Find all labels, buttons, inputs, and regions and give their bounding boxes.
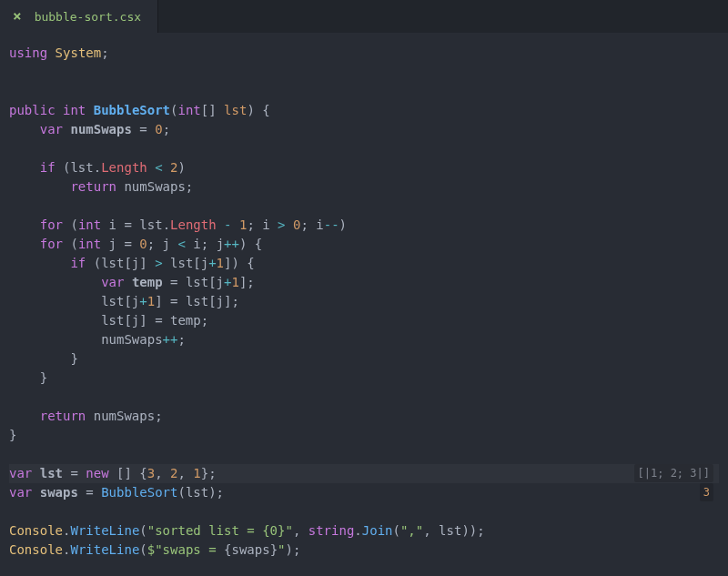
code-line: numSwaps++; — [9, 330, 719, 349]
code-line — [9, 388, 719, 407]
tab-label: bubble-sort.csx — [35, 10, 141, 24]
code-line: Console.WriteLine("sorted list = {0}", s… — [9, 521, 719, 541]
code-line — [9, 197, 719, 216]
tab-bar: × bubble-sort.csx — [0, 0, 728, 33]
code-line — [9, 445, 719, 464]
code-line: for (int i = lst.Length - 1; i > 0; i--) — [9, 216, 719, 235]
code-line — [9, 502, 719, 521]
code-line: } — [9, 349, 719, 369]
code-line: Console.WriteLine($"swaps = {swaps}"); — [9, 541, 719, 560]
code-line: if (lst.Length < 2) — [9, 158, 719, 177]
code-line: return numSwaps; — [9, 177, 719, 197]
code-line: } — [9, 369, 719, 388]
code-line: var temp = lst[j+1]; — [9, 273, 719, 292]
code-line — [9, 63, 719, 82]
code-line: for (int j = 0; j < i; j++) { — [9, 235, 719, 254]
code-line — [9, 139, 719, 158]
inline-result: [|1; 2; 3|] — [634, 464, 713, 482]
code-line-current: var lst = new [] {3, 2, 1};[|1; 2; 3|] — [9, 464, 719, 483]
code-line: } — [9, 426, 719, 445]
inline-result: 3 — [700, 483, 713, 501]
code-line: var swaps = BubbleSort(lst);3 — [9, 483, 719, 502]
code-line: public int BubbleSort(int[] lst) { — [9, 101, 719, 120]
code-line: lst[j+1] = lst[j]; — [9, 292, 719, 311]
code-line: lst[j] = temp; — [9, 311, 719, 330]
close-icon[interactable]: × — [13, 9, 22, 24]
file-tab[interactable]: × bubble-sort.csx — [0, 0, 158, 33]
editor[interactable]: using System; public int BubbleSort(int[… — [0, 33, 728, 571]
code-line — [9, 82, 719, 101]
code-line: var numSwaps = 0; — [9, 120, 719, 139]
code-line: using System; — [9, 44, 719, 63]
code-line: return numSwaps; — [9, 407, 719, 426]
code-line: if (lst[j] > lst[j+1]) { — [9, 254, 719, 273]
